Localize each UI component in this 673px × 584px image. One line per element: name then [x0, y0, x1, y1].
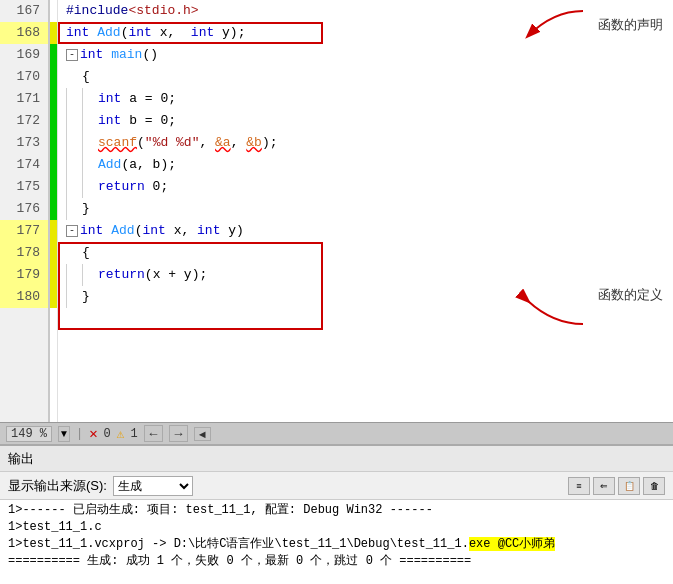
warning-count: 1 — [131, 427, 138, 441]
toolbar-btn-3[interactable]: 📋 — [618, 477, 640, 495]
nav-right[interactable]: → — [169, 425, 188, 442]
line-number-180: 180 — [0, 286, 48, 308]
line-number-174: 174 — [0, 154, 48, 176]
definition-annotation: 函数的定义 — [588, 286, 663, 304]
output-text: 1>------ 已启动生成: 项目: test_11_1, 配置: Debug… — [0, 500, 673, 584]
code-lines: #include<stdio.h> int Add(int x, int y);… — [58, 0, 673, 422]
output-source-row: 显示输出来源(S): 生成 ≡ ⇐ 📋 🗑 — [0, 472, 673, 500]
line-number-172: 172 — [0, 110, 48, 132]
definition-label: 函数的定义 — [598, 286, 663, 304]
output-line-4: ========== 生成: 成功 1 个，失败 0 个，最新 0 个，跳过 0… — [8, 553, 665, 570]
output-line-1: 1>------ 已启动生成: 项目: test_11_1, 配置: Debug… — [8, 502, 665, 519]
zoom-dropdown[interactable]: ▼ — [58, 426, 70, 442]
code-line-178: { — [66, 242, 673, 264]
code-line-174: Add(a, b); — [66, 154, 673, 176]
line-number-167: 167 — [0, 0, 48, 22]
collapse-169[interactable]: - — [66, 49, 78, 61]
line-number-168: 168 — [0, 22, 48, 44]
warning-icon: ⚠ — [117, 426, 125, 442]
code-line-179: return(x + y); — [66, 264, 673, 286]
declaration-annotation: 函数的声明 — [588, 16, 663, 34]
line-numbers: 167 168 169 170 171 172 173 174 175 176 … — [0, 0, 50, 422]
editor-area: 167 168 169 170 171 172 173 174 175 176 … — [0, 0, 673, 584]
toolbar-btn-1[interactable]: ≡ — [568, 477, 590, 495]
zoom-level: 149 % — [6, 426, 52, 442]
code-line-177: -int Add(int x, int y) — [66, 220, 673, 242]
line-number-176: 176 — [0, 198, 48, 220]
declaration-label: 函数的声明 — [598, 16, 663, 34]
line-number-177: 177 — [0, 220, 48, 242]
line-number-170: 170 — [0, 66, 48, 88]
line-number-171: 171 — [0, 88, 48, 110]
nav-left[interactable]: ← — [144, 425, 163, 442]
code-line-172: int b = 0; — [66, 110, 673, 132]
code-line-169: -int main() — [66, 44, 673, 66]
nav-triangle[interactable]: ◄ — [194, 427, 211, 441]
output-panel: 输出 显示输出来源(S): 生成 ≡ ⇐ 📋 🗑 1>------ 已启动生成:… — [0, 444, 673, 584]
output-line-2: 1>test_11_1.c — [8, 519, 665, 536]
output-toolbar: ≡ ⇐ 📋 🗑 — [568, 477, 665, 495]
output-header: 输出 — [0, 446, 673, 472]
output-title: 输出 — [8, 450, 34, 468]
code-line-176: } — [66, 198, 673, 220]
output-line-3: 1>test_11_1.vcxproj -> D:\比特C语言作业\test_1… — [8, 536, 665, 553]
code-line-170: { — [66, 66, 673, 88]
line-number-169: 169 — [0, 44, 48, 66]
error-icon: ✕ — [89, 425, 97, 442]
line-number-178: 178 — [0, 242, 48, 264]
code-line-173: scanf("%d %d", &a, &b); — [66, 132, 673, 154]
status-bar: 149 % ▼ | ✕ 0 ⚠ 1 ← → ◄ — [0, 422, 673, 444]
code-line-175: return 0; — [66, 176, 673, 198]
code-line-171: int a = 0; — [66, 88, 673, 110]
collapse-177[interactable]: - — [66, 225, 78, 237]
source-select[interactable]: 生成 — [113, 476, 193, 496]
code-container: 167 168 169 170 171 172 173 174 175 176 … — [0, 0, 673, 422]
separator: | — [76, 427, 83, 441]
source-label: 显示输出来源(S): — [8, 477, 107, 495]
toolbar-btn-2[interactable]: ⇐ — [593, 477, 615, 495]
line-number-173: 173 — [0, 132, 48, 154]
left-indicators — [50, 0, 58, 422]
toolbar-btn-4[interactable]: 🗑 — [643, 477, 665, 495]
error-count: 0 — [104, 427, 111, 441]
line-number-179: 179 — [0, 264, 48, 286]
line-number-175: 175 — [0, 176, 48, 198]
